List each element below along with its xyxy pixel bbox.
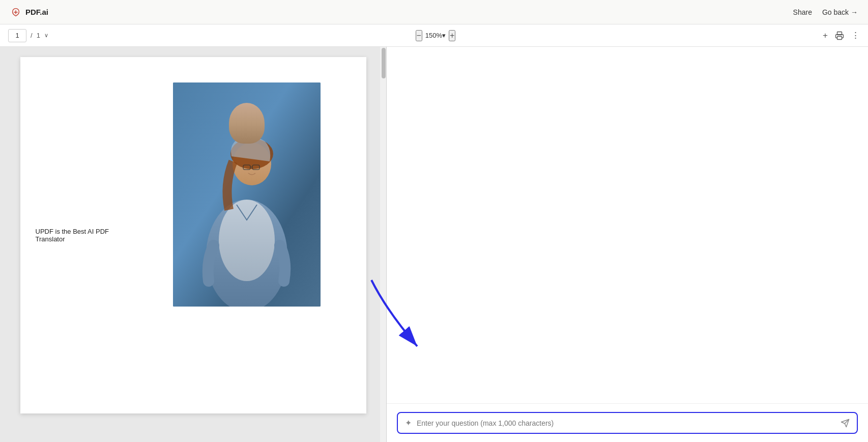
pdf-panel: UPDF is the Best AI PDF Translator — [0, 47, 387, 442]
pdf-image — [173, 82, 321, 307]
more-options-button[interactable]: ⋮ — [851, 30, 860, 41]
chat-input-area: ✦ — [387, 403, 868, 442]
logo-icon — [10, 7, 21, 18]
chat-input-box: ✦ — [397, 412, 858, 434]
page-number-input[interactable] — [8, 29, 26, 42]
chat-send-button[interactable] — [841, 419, 850, 428]
zoom-controls: − 150%▾ + — [416, 30, 456, 41]
chat-content — [387, 47, 868, 403]
chat-panel: ✦ — [387, 47, 868, 442]
zoom-level: 150%▾ — [425, 32, 446, 39]
zoom-in-button[interactable]: + — [449, 30, 455, 41]
share-button[interactable]: Share — [793, 8, 812, 16]
svg-point-4 — [219, 200, 275, 281]
nav-actions: Share Go back → — [793, 8, 858, 16]
page-total: 1 — [37, 32, 40, 39]
pdf-scrollbar[interactable] — [380, 47, 386, 442]
toolbar-right-buttons: + ⋮ — [823, 30, 860, 41]
chat-input-field[interactable] — [417, 419, 835, 427]
print-button[interactable] — [835, 31, 844, 40]
top-nav: PDF.ai Share Go back → — [0, 0, 868, 24]
pdf-page: UPDF is the Best AI PDF Translator — [20, 57, 366, 413]
pdf-image-area — [173, 82, 321, 307]
logo-area: PDF.ai — [10, 7, 48, 18]
main-layout: UPDF is the Best AI PDF Translator — [0, 47, 868, 442]
pdf-page-text: UPDF is the Best AI PDF Translator — [36, 228, 127, 243]
svg-rect-1 — [837, 36, 842, 39]
page-separator: / — [31, 32, 33, 39]
pdf-scrollbar-thumb[interactable] — [382, 48, 386, 78]
chat-input-sparkle-icon: ✦ — [405, 418, 412, 428]
zoom-out-button[interactable]: − — [416, 30, 422, 41]
go-back-button[interactable]: Go back → — [822, 8, 858, 16]
page-chevron[interactable]: ∨ — [44, 32, 48, 39]
pdf-toolbar: / 1 ∨ − 150%▾ + + ⋮ — [0, 24, 868, 47]
logo-text: PDF.ai — [25, 8, 48, 16]
add-button[interactable]: + — [823, 31, 828, 41]
